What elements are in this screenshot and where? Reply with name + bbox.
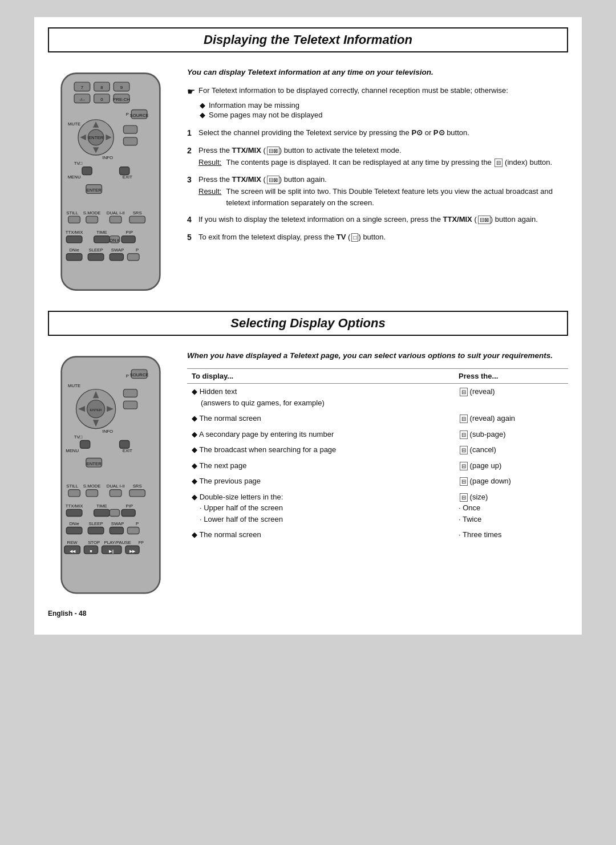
bullet-2: ◆ Some pages may not be displayed: [200, 111, 568, 119]
table-cell-press: ⊟ (sub-page): [454, 426, 568, 442]
remote-image-2: P SOURCE MUTE ENTER TV□ INFO: [48, 346, 173, 598]
svg-text:8: 8: [100, 85, 103, 90]
svg-text:DUAL I-II: DUAL I-II: [107, 210, 125, 216]
section1-title: Displaying the Teletext Information: [55, 32, 561, 47]
svg-rect-71: [123, 401, 137, 409]
section2-intro: When you have displayed a Teletext page,…: [187, 351, 568, 361]
svg-text:■: ■: [90, 550, 92, 554]
bullet-1: ◆ Information may be missing: [200, 101, 568, 109]
svg-rect-85: [86, 490, 98, 497]
svg-text:TTX/MIX: TTX/MIX: [66, 230, 83, 235]
svg-text:ENTER: ENTER: [88, 135, 104, 140]
svg-text:PLAY/PAUSE: PLAY/PAUSE: [104, 540, 131, 545]
svg-text:PIP: PIP: [126, 503, 133, 509]
section1-header: Displaying the Teletext Information: [48, 27, 568, 52]
svg-text:P: P: [126, 112, 129, 117]
svg-text:SWAP: SWAP: [111, 247, 124, 253]
svg-text:EXIT: EXIT: [123, 448, 133, 453]
note-icon: ☛: [187, 85, 195, 99]
section2-header: Selecting Display Options: [48, 311, 568, 336]
diamond-icon: [192, 477, 199, 485]
step-2-result: Result: The contents page is displayed. …: [198, 157, 568, 168]
svg-rect-100: [88, 527, 104, 534]
svg-rect-57: [127, 254, 139, 261]
step-4-content: If you wish to display the teletext info…: [198, 214, 568, 225]
svg-text:EXIT: EXIT: [123, 174, 133, 180]
svg-text:INFO: INFO: [103, 429, 114, 434]
svg-text:SOURCE: SOURCE: [129, 372, 148, 377]
diamond-icon: [192, 430, 199, 438]
svg-rect-55: [88, 254, 104, 261]
step-1-content: Select the channel providing the Teletex…: [198, 127, 568, 139]
svg-text:▶▶: ▶▶: [129, 550, 136, 554]
svg-text:MUTE: MUTE: [68, 383, 80, 388]
svg-text:TIME: TIME: [96, 503, 107, 509]
table-cell: A secondary page by entering its number: [187, 426, 454, 442]
svg-text:ENTER: ENTER: [86, 461, 102, 466]
table-cell-press: ⊟ (reveal) again: [454, 411, 568, 426]
section1-content: 7 8 9 -/-- 0 PRE-CH P SOURCE MUTE: [34, 63, 582, 300]
table-cell: Hidden text (answers to quiz games, for …: [187, 384, 454, 411]
table-row: The next page ⊟ (page up): [187, 458, 568, 474]
svg-rect-39: [86, 216, 98, 223]
svg-rect-102: [127, 527, 139, 534]
bullet-1-text: Information may be missing: [209, 101, 299, 109]
svg-rect-31: [120, 167, 129, 175]
result-label-3: Result:: [198, 186, 221, 208]
svg-text:STOP: STOP: [88, 540, 100, 545]
svg-text:ENTER: ENTER: [90, 408, 102, 412]
svg-rect-24: [123, 125, 137, 133]
step-2-num: 2: [187, 145, 198, 157]
svg-rect-58: [62, 357, 160, 594]
diamond-icon: [192, 493, 200, 501]
table-cell: The broadcast when searching for a page: [187, 442, 454, 458]
svg-text:STILL: STILL: [66, 484, 78, 489]
bullet-2-text: Some pages may not be displayed: [209, 111, 322, 119]
svg-text:◀◀: ◀◀: [70, 550, 76, 554]
step-3-result: Result: The screen will be split into tw…: [198, 186, 568, 208]
svg-rect-84: [68, 490, 80, 497]
svg-text:SLEEP: SLEEP: [89, 521, 103, 526]
step-4-num: 4: [187, 214, 198, 226]
svg-text:7: 7: [81, 85, 83, 90]
svg-text:DUAL I-II: DUAL I-II: [107, 484, 125, 489]
svg-text:SRS: SRS: [133, 210, 142, 216]
footer: English - 48: [34, 604, 582, 618]
section2-instructions: When you have displayed a Teletext page,…: [187, 346, 568, 598]
footer-text: English - 48: [48, 610, 86, 618]
table-cell-press: ⊟ (page up): [454, 458, 568, 474]
section1-instructions: You can display Teletext information at …: [187, 63, 568, 295]
note-box: ☛ For Teletext information to be display…: [187, 85, 568, 119]
svg-rect-56: [110, 254, 123, 261]
svg-text:PRE-CH: PRE-CH: [113, 97, 130, 102]
table-cell: The normal screen: [187, 411, 454, 426]
svg-rect-41: [129, 216, 145, 223]
svg-rect-87: [129, 490, 145, 497]
result-text-3: The screen will be split into two. This …: [226, 186, 568, 208]
svg-text:ON∧: ON∧: [110, 238, 120, 243]
svg-text:S.MODE: S.MODE: [83, 210, 101, 216]
table-row: The normal screen · Three times: [187, 527, 568, 543]
diamond-icon-2: ◆: [200, 111, 205, 119]
svg-rect-99: [66, 527, 82, 534]
remote-svg-1: 7 8 9 -/-- 0 PRE-CH P SOURCE MUTE: [56, 68, 165, 295]
note-main-text: For Teletext information to be displayed…: [198, 85, 568, 96]
svg-text:P: P: [136, 247, 139, 253]
svg-text:FF: FF: [139, 540, 144, 545]
svg-text:MENU: MENU: [66, 448, 79, 453]
svg-text:S.MODE: S.MODE: [83, 484, 101, 489]
step-1: 1 Select the channel providing the Telet…: [187, 127, 568, 139]
diamond-icon: [192, 387, 200, 396]
table-cell-press: ⊟ (cancel): [454, 442, 568, 458]
table-cell: The next page: [187, 458, 454, 474]
section2-title: Selecting Display Options: [55, 316, 561, 331]
step-4: 4 If you wish to display the teletext in…: [187, 214, 568, 226]
svg-rect-76: [80, 441, 90, 449]
svg-text:MUTE: MUTE: [68, 121, 80, 127]
table-row: The normal screen ⊟ (reveal) again: [187, 411, 568, 426]
svg-text:DNie: DNie: [69, 247, 79, 253]
step-3-content: Press the TTX/MIX (⊟⊠) button again. Res…: [198, 174, 568, 209]
table-cell: Double-size letters in the: · Upper half…: [187, 489, 454, 527]
svg-rect-91: [66, 510, 82, 517]
diamond-icon-1: ◆: [200, 101, 205, 109]
